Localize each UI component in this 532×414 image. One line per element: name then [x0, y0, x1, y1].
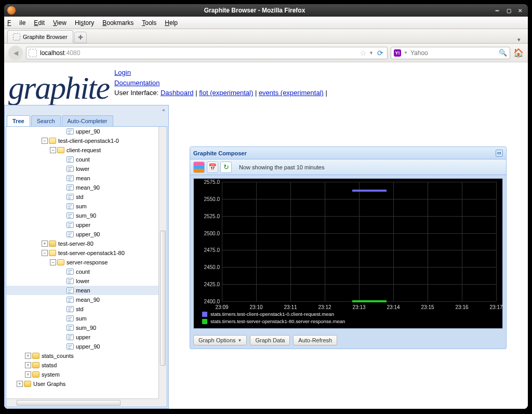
minimize-button[interactable]: ━ [493, 6, 502, 15]
scroll-thumb[interactable] [17, 400, 121, 406]
folder-open-icon [57, 259, 64, 265]
tree-scroll[interactable]: upper_90 −test-client-openstack1-0 −clie… [6, 127, 167, 398]
menu-edit[interactable]: Edit [34, 19, 45, 26]
menu-bookmarks[interactable]: Bookmarks [102, 19, 134, 26]
tree-leaf[interactable]: upper [6, 220, 167, 230]
tree-vscrollbar[interactable] [158, 127, 167, 398]
folder-icon [49, 241, 56, 247]
tree-folder[interactable]: +stats_counts [6, 351, 167, 360]
tab-graphite-browser[interactable]: Graphite Browser [7, 30, 73, 43]
tree-leaf[interactable]: sum [6, 202, 167, 211]
collapse-icon[interactable]: − [42, 250, 48, 256]
folder-icon [32, 362, 39, 368]
url-dropdown-icon[interactable]: ▼ [369, 50, 374, 56]
collapse-icon[interactable]: − [50, 259, 56, 265]
chart-type-icon[interactable] [193, 162, 205, 173]
tree-leaf[interactable]: sum [6, 314, 167, 323]
tree-leaf[interactable]: std [6, 304, 167, 314]
tree-folder[interactable]: +system [6, 370, 167, 379]
menu-view[interactable]: View [53, 19, 66, 26]
navigation-toolbar: ◀ localhost:4080 ☆ ▼ ⟳ Y! ▼ 🔍 🏠 [4, 44, 528, 62]
tree-leaf[interactable]: mean_90 [6, 295, 167, 304]
tree-folder[interactable]: −test-server-openstack1-80 [6, 248, 167, 258]
back-button[interactable]: ◀ [8, 46, 23, 60]
collapse-icon[interactable]: − [42, 138, 48, 144]
search-box[interactable]: Y! ▼ 🔍 [391, 47, 510, 59]
tree-leaf[interactable]: mean_90 [6, 183, 167, 192]
expand-icon[interactable]: + [17, 381, 23, 387]
expand-icon[interactable]: + [25, 371, 31, 378]
sidebar-tab-search[interactable]: Search [31, 115, 61, 126]
tab-overflow-button[interactable]: ▾ [513, 36, 525, 43]
tree-leaf[interactable]: sum_90 [6, 323, 167, 332]
tree-leaf[interactable]: sum_90 [6, 211, 167, 220]
page-header: graphite Login Documentation User Interf… [4, 62, 528, 105]
graph-data-button[interactable]: Graph Data [250, 335, 290, 345]
menu-tools[interactable]: Tools [142, 19, 156, 26]
ui-label: User Interface: [114, 89, 161, 97]
link-documentation[interactable]: Documentation [114, 79, 159, 87]
link-flot[interactable]: flot (experimental) [199, 89, 253, 97]
leaf-icon [66, 128, 74, 135]
expand-icon[interactable]: + [25, 353, 31, 359]
close-button[interactable]: ✕ [515, 6, 525, 15]
tree-leaf[interactable]: upper_90 [6, 230, 167, 239]
menu-help[interactable]: Help [165, 19, 178, 26]
menu-file[interactable]: File [7, 19, 25, 26]
auto-refresh-button[interactable]: Auto-Refresh [293, 335, 337, 345]
expand-icon[interactable]: + [25, 362, 31, 368]
composer-minimize-icon[interactable]: ▭ [496, 150, 503, 157]
composer-status: Now showing the past 10 minutes [239, 164, 324, 170]
tree-folder[interactable]: +test-server-80 [6, 239, 167, 248]
tree-leaf[interactable]: std [6, 192, 167, 202]
tree-leaf-selected[interactable]: mean [6, 286, 167, 295]
tree-leaf[interactable]: upper_90 [6, 127, 167, 136]
composer-header[interactable]: Graphite Composer ▭ [190, 147, 506, 159]
tree-leaf[interactable]: lower [6, 276, 167, 286]
tree-leaf[interactable]: count [6, 155, 167, 164]
tree-folder[interactable]: −client-request [6, 145, 167, 155]
tree-hscrollbar[interactable] [6, 398, 158, 407]
leaf-icon [66, 231, 74, 237]
sidebar: « Tree Search Auto-Completer upper_90 −t… [4, 105, 169, 409]
scroll-thumb[interactable] [160, 231, 166, 366]
leaf-icon [66, 269, 74, 275]
tree-folder[interactable]: +User Graphs [6, 379, 167, 389]
graphite-composer[interactable]: Graphite Composer ▭ 📅 ↻ Now showing the … [190, 146, 507, 349]
tree-folder[interactable]: −server-response [6, 258, 167, 267]
folder-open-icon [49, 250, 56, 256]
yahoo-icon: Y! [394, 49, 401, 57]
search-input[interactable] [410, 49, 496, 57]
home-button[interactable]: 🏠 [513, 48, 524, 58]
tree-leaf[interactable]: upper [6, 332, 167, 342]
maximize-button[interactable]: ▢ [504, 6, 513, 15]
url-bar[interactable]: localhost:4080 ☆ ▼ ⟳ [26, 47, 388, 59]
search-engine-dropdown-icon[interactable]: ▼ [404, 50, 408, 55]
tree-folder[interactable]: +statsd [6, 360, 167, 370]
bookmark-star-icon[interactable]: ☆ [360, 49, 367, 57]
tree-leaf[interactable]: mean [6, 173, 167, 183]
menu-history[interactable]: History [75, 19, 94, 26]
chart-plot: 2400.02425.02450.02475.02500.02525.02550… [222, 182, 496, 301]
expand-icon[interactable]: + [42, 241, 48, 247]
search-go-icon[interactable]: 🔍 [499, 49, 507, 57]
sidebar-tab-autocompleter[interactable]: Auto-Completer [62, 115, 113, 126]
page-content: graphite Login Documentation User Interf… [4, 62, 528, 409]
new-tab-button[interactable]: ✚ [74, 32, 87, 43]
tree-folder[interactable]: −test-client-openstack1-0 [6, 136, 167, 145]
sidebar-tab-tree[interactable]: Tree [7, 115, 30, 126]
calendar-icon[interactable]: 📅 [207, 162, 218, 173]
tree-leaf[interactable]: lower [6, 164, 167, 173]
titlebar[interactable]: Graphite Browser - Mozilla Firefox ━ ▢ ✕ [4, 4, 528, 17]
link-events[interactable]: events (experimental) [259, 89, 324, 97]
collapse-icon[interactable]: − [50, 147, 56, 153]
tree-leaf[interactable]: upper_90 [6, 342, 167, 351]
link-dashboard[interactable]: Dashboard [161, 89, 194, 97]
refresh-chart-icon[interactable]: ↻ [220, 162, 232, 173]
link-login[interactable]: Login [114, 69, 131, 76]
sidebar-collapse-button[interactable]: « [160, 106, 167, 114]
tree-leaf[interactable]: count [6, 267, 167, 276]
reload-icon[interactable]: ⟳ [376, 48, 385, 58]
graph-options-button[interactable]: Graph Options▼ [193, 335, 247, 345]
menubar: File Edit View History Bookmarks Tools H… [4, 17, 528, 29]
